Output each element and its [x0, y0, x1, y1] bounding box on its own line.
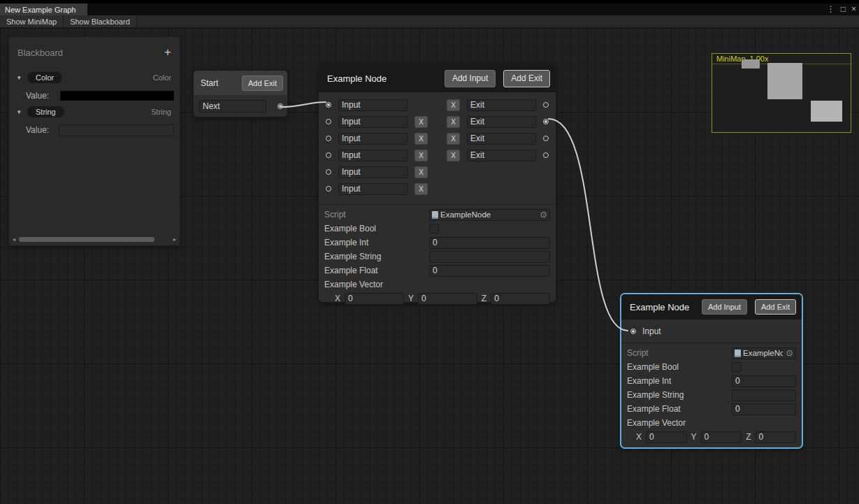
minimap-node-rect: [767, 63, 802, 99]
example-int-field[interactable]: [732, 375, 796, 387]
add-blackboard-field-button[interactable]: +: [164, 45, 171, 59]
kebab-menu-icon[interactable]: ⋮: [827, 5, 835, 13]
vector-x-field[interactable]: [345, 293, 404, 305]
script-object-field[interactable]: ExampleNo ⊙: [732, 347, 796, 359]
input-port[interactable]: [326, 186, 331, 192]
bool-label: Example Bool: [324, 224, 429, 233]
example-float-field[interactable]: [732, 403, 796, 415]
output-port[interactable]: [543, 119, 549, 124]
edge-node1-to-node2[interactable]: [549, 119, 628, 331]
vector-y-field[interactable]: [701, 431, 742, 443]
delete-input-button[interactable]: X: [414, 116, 428, 128]
vector-z-field[interactable]: [491, 293, 550, 305]
exit-name-field[interactable]: [467, 150, 536, 161]
input-name-field[interactable]: [338, 150, 407, 161]
example-bool-checkbox[interactable]: [732, 362, 742, 372]
vector-x-field[interactable]: [646, 431, 687, 443]
y-label: Y: [691, 432, 697, 442]
delete-exit-button[interactable]: X: [447, 150, 460, 161]
chevron-down-icon[interactable]: ▾: [17, 74, 27, 81]
example-string-field[interactable]: [429, 251, 550, 263]
start-node-body: [194, 95, 287, 117]
delete-exit-button[interactable]: X: [447, 116, 460, 128]
string-row: Example String: [324, 250, 550, 264]
input-name-field[interactable]: [338, 99, 407, 111]
output-port[interactable]: [543, 102, 549, 108]
add-exit-button[interactable]: Add Exit: [755, 299, 796, 315]
show-minimap-button[interactable]: Show MiniMap: [0, 15, 64, 27]
add-input-button[interactable]: Add Input: [702, 299, 747, 315]
bool-label: Example Bool: [627, 362, 732, 372]
maximize-icon[interactable]: □: [841, 5, 846, 13]
example-node-2[interactable]: Example Node Add Input Add Exit Input Sc…: [621, 294, 802, 448]
node-titlebar: Example Node Add Input Add Exit: [621, 294, 802, 319]
add-input-button[interactable]: Add Input: [445, 70, 496, 87]
input-port[interactable]: [326, 169, 331, 175]
example-string-field[interactable]: [732, 389, 796, 401]
graph-canvas[interactable]: Blackboard + ▾ Color Color Value: ▾ Stri…: [0, 28, 859, 504]
minimap-panel[interactable]: MiniMap 1.00x: [712, 53, 851, 133]
bool-row: Example Bool: [627, 360, 796, 374]
script-icon: [432, 211, 438, 219]
delete-input-button[interactable]: X: [414, 133, 428, 145]
example-bool-checkbox[interactable]: [429, 224, 439, 233]
delete-input-button[interactable]: X: [414, 150, 428, 161]
scrollbar-track[interactable]: [17, 236, 171, 243]
delete-input-button[interactable]: X: [414, 166, 428, 178]
vector-z-field[interactable]: [755, 431, 796, 443]
object-picker-icon[interactable]: ⊙: [539, 210, 548, 219]
example-int-field[interactable]: [429, 237, 550, 249]
input-port[interactable]: [326, 136, 331, 141]
add-exit-button[interactable]: Add Exit: [242, 75, 283, 91]
input-port[interactable]: [630, 329, 636, 334]
tab-row: New Example Graph ⋮ □ ×: [0, 3, 859, 15]
blackboard-field-name[interactable]: String: [27, 106, 64, 117]
exit-row: X: [447, 130, 549, 147]
input-port[interactable]: [326, 102, 331, 108]
scrollbar-thumb[interactable]: [19, 237, 154, 242]
node-titlebar: Example Node Add Input Add Exit: [319, 64, 556, 92]
blackboard-panel[interactable]: Blackboard + ▾ Color Color Value: ▾ Stri…: [8, 36, 180, 246]
script-object-name: ExampleNo: [743, 349, 783, 357]
input-name-field[interactable]: [338, 116, 407, 128]
scroll-right-icon[interactable]: ►: [171, 237, 178, 242]
delete-input-button[interactable]: X: [414, 183, 428, 195]
example-node-1[interactable]: Example Node Add Input Add Exit X X: [318, 64, 556, 303]
start-node[interactable]: Start Add Exit: [193, 70, 288, 117]
string-row: Example String: [627, 388, 796, 402]
color-swatch[interactable]: [60, 91, 174, 101]
delete-exit-button[interactable]: X: [447, 133, 460, 145]
blackboard-field-string[interactable]: ▾ String String: [9, 105, 180, 119]
x-label: X: [335, 294, 340, 303]
example-float-field[interactable]: [429, 265, 550, 277]
vector-y-field[interactable]: [418, 293, 477, 305]
close-icon[interactable]: ×: [851, 5, 856, 13]
blackboard-field-color[interactable]: ▾ Color Color: [9, 71, 180, 85]
input-name-field[interactable]: [338, 183, 407, 195]
blackboard-field-name[interactable]: Color: [27, 72, 62, 83]
graph-tab[interactable]: New Example Graph: [0, 3, 87, 15]
output-port[interactable]: [543, 152, 549, 158]
exit-name-field[interactable]: [467, 116, 536, 128]
object-picker-icon[interactable]: ⊙: [785, 349, 794, 357]
chevron-down-icon[interactable]: ▾: [17, 108, 27, 115]
exit-name-field[interactable]: [467, 99, 536, 111]
output-port[interactable]: [543, 136, 549, 141]
scroll-left-icon[interactable]: ◄: [10, 237, 17, 242]
blackboard-scrollbar[interactable]: ◄ ►: [10, 235, 178, 244]
string-value-field[interactable]: [59, 124, 174, 136]
input-port[interactable]: [326, 152, 331, 158]
exit-name-field[interactable]: [467, 133, 536, 145]
blackboard-field-type: String: [151, 108, 171, 116]
output-port[interactable]: [277, 103, 283, 109]
delete-exit-button[interactable]: X: [447, 99, 460, 111]
script-label: Script: [324, 210, 429, 219]
input-name-field[interactable]: [338, 133, 407, 145]
show-blackboard-button[interactable]: Show Blackboard: [64, 15, 137, 27]
exit-name-field[interactable]: [199, 100, 266, 113]
input-row: X: [326, 113, 428, 130]
script-object-field[interactable]: ExampleNode ⊙: [429, 209, 550, 221]
input-port[interactable]: [326, 119, 331, 124]
input-name-field[interactable]: [338, 166, 407, 178]
add-exit-button[interactable]: Add Exit: [503, 70, 550, 87]
